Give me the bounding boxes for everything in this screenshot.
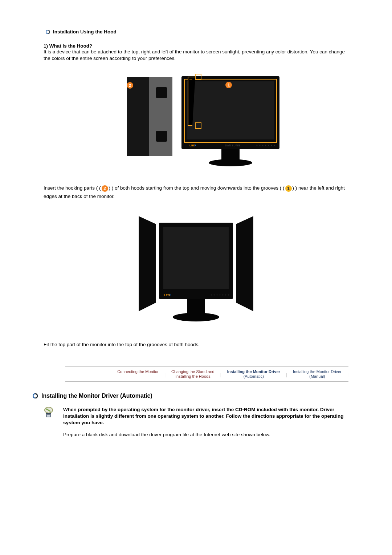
bullet-halfring-icon xyxy=(33,393,38,398)
led-label-2: LED xyxy=(164,293,170,297)
svg-point-14 xyxy=(271,145,272,146)
svg-rect-24 xyxy=(163,227,229,289)
svg-rect-37 xyxy=(46,413,51,414)
badge-2-icon: 2 xyxy=(102,185,108,192)
section-title-install-driver-auto: Installing the Monitor Driver (Automatic… xyxy=(41,393,152,399)
bullet-halfring-icon xyxy=(46,30,50,34)
svg-point-29 xyxy=(217,295,218,296)
section-title-installation-hood: Installation Using the Hood xyxy=(53,29,117,35)
svg-rect-25 xyxy=(187,299,205,315)
nav-sublabel: (Manual) xyxy=(309,374,325,379)
instruction-fit-top: Fit the top part of the monitor into the… xyxy=(44,341,348,348)
svg-point-31 xyxy=(222,295,224,296)
nav-label: Installing the Monitor Driver xyxy=(293,369,342,374)
nav-label: Installing the Monitor Driver xyxy=(227,369,280,374)
insert-text-a: Insert the hooking parts ( xyxy=(44,185,98,191)
nav-label: Connecting the Monitor xyxy=(117,369,159,374)
svg-point-28 xyxy=(214,295,215,296)
svg-marker-22 xyxy=(236,216,253,311)
svg-point-9 xyxy=(257,145,258,146)
nav-separator: | xyxy=(286,371,287,377)
nav-install-driver-auto[interactable]: Installing the Monitor Driver (Automatic… xyxy=(226,369,281,380)
svg-point-12 xyxy=(265,145,266,146)
brand-label: SAMSUNG xyxy=(225,144,240,147)
svg-point-13 xyxy=(268,145,269,146)
nav-install-driver-manual[interactable]: Installing the Monitor Driver (Manual) xyxy=(292,369,342,380)
svg-rect-6 xyxy=(187,81,274,139)
svg-point-27 xyxy=(211,295,212,296)
svg-point-11 xyxy=(262,145,264,146)
svg-point-26 xyxy=(173,313,219,321)
nav-sublabel: (Automatic) xyxy=(244,374,264,379)
driver-prepare-text: Prepare a blank disk and download the dr… xyxy=(63,432,348,438)
svg-marker-21 xyxy=(139,216,156,311)
subheading-what-is-hood: 1) What is the Hood? xyxy=(44,43,348,49)
led-label: LED xyxy=(189,144,195,147)
nav-label: Changing the Stand and xyxy=(171,369,215,374)
svg-point-33 xyxy=(228,295,229,296)
svg-rect-38 xyxy=(47,415,50,417)
body-hood-description: It is a device that can be attached to t… xyxy=(44,49,348,62)
svg-point-32 xyxy=(225,295,226,296)
badge-1-icon: 1 xyxy=(285,185,292,192)
figure-hood-callouts: 2 LED SAMSUNG 1 xyxy=(44,73,348,175)
insert-text-b: ) of both hoods starting from the top an… xyxy=(112,185,282,191)
nav-separator: | xyxy=(164,371,166,377)
cdrom-insert-icon xyxy=(44,406,56,438)
driver-prompt-bold: When prompted by the operating system fo… xyxy=(63,406,348,426)
nav-separator: | xyxy=(347,371,348,377)
svg-rect-1 xyxy=(127,77,149,156)
svg-rect-2 xyxy=(156,87,167,98)
figure-hoods-installed: LED xyxy=(44,212,348,333)
svg-rect-3 xyxy=(156,131,167,142)
callout-badge-1: 1 xyxy=(228,83,230,87)
nav-connecting-monitor[interactable]: Connecting the Monitor xyxy=(117,369,159,380)
instruction-insert-hooks: Insert the hooking parts ( (2) ) of both… xyxy=(44,184,348,201)
callout-badge-2: 2 xyxy=(129,83,131,88)
svg-point-8 xyxy=(209,159,252,166)
svg-point-15 xyxy=(274,145,275,146)
svg-point-10 xyxy=(260,145,261,146)
nav-sublabel: Installing the Hoods xyxy=(175,374,211,379)
nav-changing-stand[interactable]: Changing the Stand and Installing the Ho… xyxy=(171,369,215,380)
section-nav-strip: Connecting the Monitor | Changing the St… xyxy=(65,366,348,382)
nav-separator: | xyxy=(220,371,221,377)
svg-point-30 xyxy=(220,295,221,296)
